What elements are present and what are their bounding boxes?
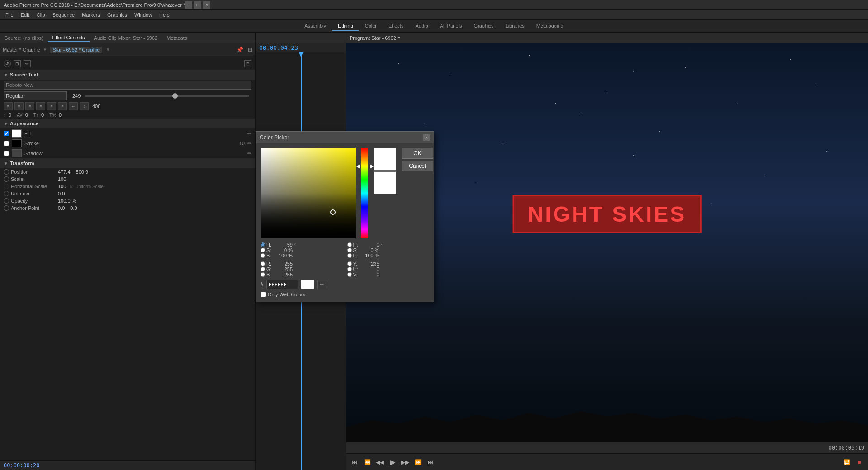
source-text-section[interactable]: ▼ Source Text: [0, 70, 255, 80]
header-arrow[interactable]: ▼: [43, 47, 47, 52]
spectrum-arrow: [370, 164, 374, 169]
align-justify-center-btn[interactable]: ≡: [47, 102, 56, 110]
gradient-area[interactable]: [261, 148, 356, 238]
v-radio[interactable]: [347, 272, 352, 277]
b1-radio[interactable]: [261, 253, 265, 258]
web-colors-checkbox[interactable]: [261, 292, 266, 297]
r-radio[interactable]: [261, 261, 265, 266]
h-scale-keyframe-btn[interactable]: [4, 184, 9, 189]
h2-radio[interactable]: [347, 242, 352, 247]
clip-label[interactable]: Star - 6962 * Graphic: [50, 47, 102, 53]
workspace-assembly[interactable]: Assembly: [299, 21, 332, 31]
reset-icon[interactable]: ↺: [4, 60, 11, 67]
go-prev-button[interactable]: ◀◀: [375, 457, 385, 467]
stroke-fx-icon[interactable]: ✏: [247, 141, 251, 147]
align-center-btn[interactable]: ≡: [14, 102, 24, 110]
menu-file[interactable]: File: [2, 11, 17, 19]
maximize-button[interactable]: □: [194, 1, 201, 9]
fx-collapse[interactable]: ⊟: [248, 47, 252, 53]
font-name-display[interactable]: Roboto New: [4, 81, 251, 90]
transform-section-header[interactable]: ▼ Transform: [0, 158, 255, 168]
color-picker-ok[interactable]: OK: [402, 148, 433, 159]
fill-checkbox[interactable]: [4, 131, 9, 136]
s1-radio[interactable]: [261, 248, 265, 252]
metadata-tab[interactable]: Metadata: [162, 34, 192, 42]
source-tab[interactable]: Source: (no clips): [0, 34, 48, 42]
fill-color-swatch[interactable]: [12, 129, 22, 138]
stroke-color-swatch[interactable]: [12, 139, 22, 147]
u-radio[interactable]: [347, 267, 352, 271]
dialog-buttons: OK Cancel: [402, 148, 433, 238]
shadow-color-swatch[interactable]: [12, 149, 22, 157]
rotation-keyframe-btn[interactable]: [4, 191, 9, 196]
align-justify-btn[interactable]: ≡: [36, 102, 45, 110]
workspace-editing[interactable]: Editing: [332, 21, 359, 31]
audio-mixer-tab[interactable]: Audio Clip Mixer: Star - 6962: [90, 34, 162, 42]
workspace-libraries[interactable]: Libraries: [500, 21, 530, 31]
color-picker-cancel[interactable]: Cancel: [402, 161, 433, 171]
scale-keyframe-btn[interactable]: [4, 176, 9, 182]
menu-edit[interactable]: Edit: [17, 11, 33, 19]
safe-margins-button[interactable]: ⏺: [854, 457, 864, 467]
anchor-keyframe-btn[interactable]: [4, 205, 9, 211]
b-radio[interactable]: [261, 272, 265, 277]
workspace-effects[interactable]: Effects: [383, 21, 409, 31]
l-radio[interactable]: [347, 253, 352, 258]
workspace-metalogging[interactable]: Metalogging: [531, 21, 569, 31]
align-v-btn[interactable]: ↕: [80, 102, 89, 110]
eyedropper-button[interactable]: ✏: [317, 280, 327, 289]
shadow-checkbox[interactable]: [4, 151, 9, 156]
clip-arrow[interactable]: ▼: [106, 47, 110, 52]
align-justify-right-btn[interactable]: ≡: [58, 102, 67, 110]
uniform-scale-check[interactable]: ☑ Uniform Scale: [70, 184, 104, 189]
pin-button[interactable]: 📌: [237, 47, 243, 53]
go-to-in-button[interactable]: ⏮: [350, 457, 360, 467]
effect-controls-tab[interactable]: Effect Controls: [48, 34, 90, 42]
close-button[interactable]: ×: [203, 1, 210, 9]
font-size-slider[interactable]: [85, 95, 249, 97]
menu-clip[interactable]: Clip: [33, 11, 49, 19]
color-picker-dialog[interactable]: Color Picker ×: [256, 131, 434, 302]
y-radio[interactable]: [347, 261, 352, 266]
anchor-label: Anchor Point: [11, 205, 56, 211]
menu-graphics[interactable]: Graphics: [104, 11, 131, 19]
menu-help[interactable]: Help: [156, 11, 173, 19]
g-radio[interactable]: [261, 267, 265, 271]
font-size-slider-handle[interactable]: [172, 93, 178, 99]
align-h-btn[interactable]: ↔: [69, 102, 78, 110]
hex-input[interactable]: [266, 280, 298, 289]
position-keyframe-btn[interactable]: [4, 169, 9, 175]
step-back-button[interactable]: ⏪: [362, 457, 372, 467]
step-forward-button[interactable]: ⏩: [413, 457, 423, 467]
play-stop-button[interactable]: ▶: [388, 457, 398, 467]
h1-radio[interactable]: [261, 242, 265, 247]
menu-sequence[interactable]: Sequence: [49, 11, 79, 19]
edit-icon[interactable]: ✏: [24, 60, 31, 67]
go-next-button[interactable]: ▶▶: [400, 457, 410, 467]
menu-markers[interactable]: Markers: [78, 11, 104, 19]
workspace-audio[interactable]: Audio: [410, 21, 433, 31]
fit-icon[interactable]: ⊡: [14, 60, 21, 67]
opacity-keyframe-btn[interactable]: [4, 198, 9, 204]
align-left-btn[interactable]: ≡: [4, 102, 13, 110]
minimize-button[interactable]: ─: [185, 1, 192, 9]
menu-window[interactable]: Window: [131, 11, 156, 19]
font-style-select[interactable]: Regular: [4, 91, 67, 100]
collapse-icon[interactable]: ⊟: [244, 60, 251, 67]
loop-button[interactable]: 🔁: [842, 457, 852, 467]
controls-area: ↺ ⊡ ✏ ⊟ ▼ Source Text Roboto New Regul: [0, 56, 255, 460]
workspace-graphics[interactable]: Graphics: [468, 21, 499, 31]
s2-radio[interactable]: [347, 248, 352, 252]
spectrum-bar[interactable]: [361, 148, 368, 238]
workspace-color[interactable]: Color: [360, 21, 382, 31]
appearance-section-header[interactable]: ▼ Appearance: [0, 119, 255, 128]
stroke-checkbox[interactable]: [4, 141, 9, 146]
workspace-all-panels[interactable]: All Panels: [435, 21, 468, 31]
fill-fx-icon[interactable]: ✏: [247, 131, 251, 137]
color-picker-titlebar[interactable]: Color Picker ×: [256, 132, 434, 143]
align-right-btn[interactable]: ≡: [25, 102, 34, 110]
color-picker-close[interactable]: ×: [423, 134, 430, 141]
color-fields-left: H: 59 ° S: 0 % B: 100 %: [261, 242, 343, 277]
go-to-out-button[interactable]: ⏭: [426, 457, 436, 467]
shadow-fx-icon[interactable]: ✏: [247, 151, 251, 157]
